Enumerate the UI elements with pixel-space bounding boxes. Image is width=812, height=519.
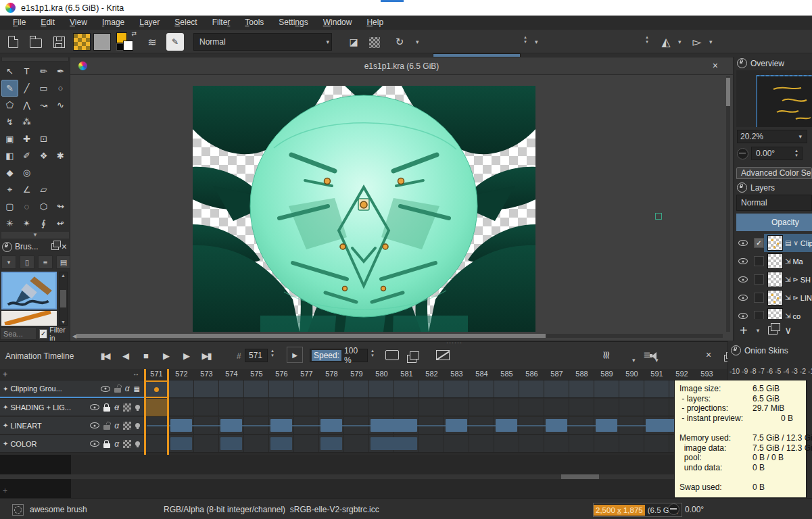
playback-speed-input[interactable]: Speed: 100 % [310,349,368,362]
canvas-rotation-input[interactable]: 0.00° ▴▾ [751,147,803,160]
toolbox-drag-handle[interactable] [1,57,69,61]
copy-frame-button[interactable] [407,355,416,363]
spin-arrow-icon[interactable]: ▾ [792,153,801,158]
fill-tool[interactable]: ◆ [1,164,18,181]
frame-number[interactable]: 571 [144,370,169,378]
onion-skins-header[interactable]: Onion Skins [728,341,812,357]
filter-checkbox[interactable]: ✓ [39,329,47,339]
previous-frame-button[interactable]: ◀ [115,347,135,364]
selected-keyframe-cell[interactable] [144,380,169,398]
frame-number[interactable]: 587 [544,370,569,378]
scrollbar-thumb[interactable] [561,474,599,479]
rotation-spinner[interactable]: ▴▾ [792,149,801,158]
checker-icon[interactable] [123,440,131,448]
frame-spinner[interactable]: ▴▾ [268,349,277,358]
keyframe-block[interactable] [320,437,342,450]
overview-preview[interactable] [736,70,812,127]
docker-drag-dots[interactable]: ······ [446,341,462,346]
filter-checkbox-row[interactable]: ✓ Filter in [39,327,70,340]
scrollbar-thumb[interactable] [76,334,546,338]
float-docker-icon[interactable] [51,243,59,250]
skip-to-end-button[interactable]: ▶▮ [196,347,216,364]
polygon-select-tool[interactable]: ⬡ [35,198,52,215]
frame-number[interactable]: 584 [469,370,494,378]
chevron-down-icon[interactable]: ▾ [414,39,421,45]
timeline-layer-lineart[interactable]: ✦LINEARTα [0,417,144,435]
brush-settings-button[interactable]: ≋ [143,33,161,51]
layer-thumbnail[interactable] [767,272,783,287]
visibility-eye-icon[interactable] [90,404,99,410]
visibility-eye-icon[interactable] [738,313,748,319]
ellipse-select-tool[interactable]: ◌ [18,198,35,215]
visibility-eye-icon[interactable] [738,295,748,301]
layer-row-lin[interactable]: ⇲⊳LIN [734,289,812,307]
edit-shapes-tool[interactable]: ✏ [35,63,52,80]
layer-checkbox[interactable] [754,256,764,266]
canvas-vertical-scrollbar[interactable] [726,76,730,332]
save-button[interactable] [50,33,68,51]
layer-row-ma[interactable]: ⇲Ma [734,252,812,270]
canvas-viewport[interactable]: ◀ [71,75,732,341]
new-document-button[interactable] [4,33,22,51]
lock-icon[interactable] [103,407,110,412]
scrollbar-thumb[interactable] [60,290,66,307]
menu-settings[interactable]: Settings [271,16,315,30]
freehand-brush-tool[interactable]: ✎ [1,80,18,97]
menu-file[interactable]: File [5,16,33,30]
similar-select-tool[interactable]: ✴ [18,215,35,232]
frame-number[interactable]: 590 [619,370,644,378]
dynamic-brush-tool[interactable]: ↯ [1,114,18,130]
lock-icon[interactable] [114,388,121,393]
open-document-button[interactable] [27,33,45,51]
brush-preset-item[interactable] [1,311,57,326]
spin-arrow-icon[interactable]: ▾ [643,40,651,45]
menu-edit[interactable]: Edit [33,16,62,30]
menu-tools[interactable]: Tools [237,16,271,30]
layer-thumbnail[interactable] [767,308,783,319]
blending-mode-dropdown[interactable]: Normal ▾ [193,33,332,51]
opacity-spinner[interactable]: ▴▾ [521,35,529,45]
move-tool[interactable]: ✚ [18,130,35,147]
close-docker-icon[interactable]: × [706,350,711,360]
frame-number[interactable]: 579 [344,370,369,378]
inherit-alpha-icon[interactable]: ⇲ [785,276,790,283]
keyframe-block[interactable] [446,419,467,432]
frame-number[interactable]: 583 [444,370,469,378]
timeline-scrollbar[interactable] [0,474,727,479]
brush-search-input[interactable]: Sea... [0,327,37,340]
layer-row-body[interactable]: ⇲⊳LIN [764,289,812,307]
canvas-horizontal-scrollbar[interactable] [75,334,723,338]
text-tool[interactable]: T [18,63,35,80]
layer-row-body[interactable]: ⇲Ma [764,252,812,270]
multibrush-tool[interactable]: ⁂ [18,114,35,130]
add-layer-button[interactable]: + [740,324,748,337]
frame-number[interactable]: 573 [194,370,219,378]
visibility-eye-icon[interactable] [738,276,748,282]
alpha-lock-icon[interactable]: α [125,384,130,393]
frame-number[interactable]: 585 [494,370,519,378]
pin-icon[interactable]: ✦ [3,403,8,411]
rotation-dial-icon[interactable] [668,503,679,515]
frame-number[interactable]: 574 [219,370,244,378]
layer-blending-mode-dropdown[interactable]: Normal [736,195,812,211]
freehand-select-tool[interactable]: ↬ [52,198,69,215]
remove-frame-button[interactable] [436,350,450,360]
close-docker-icon[interactable]: × [62,242,67,251]
frame-number[interactable]: 593 [694,370,719,378]
visibility-eye-icon[interactable] [90,422,99,428]
layer-row-sh[interactable]: ⇲⊳SH [734,270,812,289]
keyframe-block[interactable] [270,437,292,450]
line-tool[interactable]: ╱ [18,80,35,97]
frame-number[interactable]: 575 [244,370,269,378]
add-timeline-layer-icon[interactable]: + [3,370,7,379]
rotation-dial-icon[interactable] [737,148,748,159]
scroll-down-icon[interactable]: ▼ [61,320,66,324]
layer-thumbnail[interactable] [767,290,783,305]
alpha-lock-icon[interactable]: α [114,421,119,430]
lock-docker-icon[interactable] [2,242,12,252]
skip-to-start-button[interactable]: ▮◀ [95,347,115,364]
keyframe-block[interactable] [170,437,192,450]
pattern-swatch[interactable] [93,33,111,51]
next-frame-button[interactable]: ▶ [176,347,196,364]
keyframe-block[interactable] [170,419,192,432]
